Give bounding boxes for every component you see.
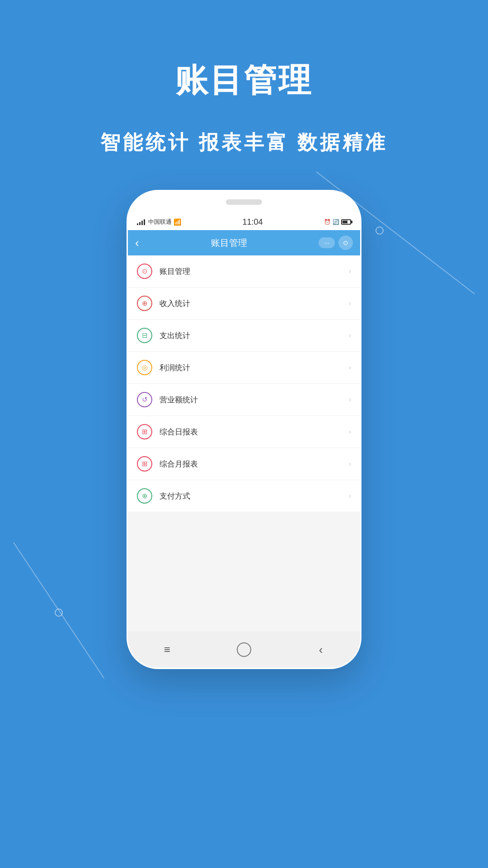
svg-point-3	[55, 609, 62, 616]
svg-line-2	[14, 542, 104, 678]
menu-icon-revenue-stats: ↺	[137, 392, 152, 407]
menu-item-daily-report[interactable]: ⊞ 综合日报表 ›	[128, 416, 360, 448]
app-header-title: 账目管理	[211, 237, 247, 249]
menu-label-monthly-report: 综合月报表	[160, 459, 349, 469]
menu-label-revenue-stats: 营业额统计	[160, 395, 349, 405]
nav-menu-icon[interactable]: ≡	[158, 641, 176, 659]
status-bar: 中国联通 📶 11:04 ⏰ 🔄	[128, 214, 360, 230]
menu-icon-account-mgmt: ⊙	[137, 264, 152, 279]
menu-label-expense-stats: 支出统计	[160, 330, 349, 341]
menu-icon-income-stats: ⊕	[137, 296, 152, 311]
menu-arrow-account-mgmt: ›	[349, 267, 351, 275]
wifi-icon: 📶	[174, 218, 181, 226]
sync-icon: 🔄	[333, 219, 339, 225]
menu-arrow-monthly-report: ›	[349, 460, 351, 468]
nav-back-icon[interactable]: ‹	[312, 641, 330, 659]
menu-arrow-payment-method: ›	[349, 492, 351, 500]
status-time: 11:04	[242, 217, 263, 227]
menu-label-income-stats: 收入统计	[160, 298, 349, 309]
back-button[interactable]: ‹	[135, 236, 139, 250]
phone-mockup: 中国联通 📶 11:04 ⏰ 🔄 ‹ 账目管理 ··· ⊙	[127, 190, 361, 669]
page-subtitle: 智能统计 报表丰富 数据精准	[0, 129, 488, 156]
app-content: ⊙ 账目管理 › ⊕ 收入统计 › ⊟ 支出统计 › ◎ 利润统计 › ↺	[128, 255, 360, 668]
menu-list: ⊙ 账目管理 › ⊕ 收入统计 › ⊟ 支出统计 › ◎ 利润统计 › ↺	[128, 255, 360, 512]
menu-icon-expense-stats: ⊟	[137, 328, 152, 343]
menu-arrow-profit-stats: ›	[349, 363, 351, 372]
menu-item-payment-method[interactable]: ⊕ 支付方式 ›	[128, 480, 360, 512]
carrier-name: 中国联通	[148, 218, 172, 226]
dots-button[interactable]: ···	[319, 237, 335, 248]
menu-item-account-mgmt[interactable]: ⊙ 账目管理 ›	[128, 255, 360, 288]
menu-icon-payment-method: ⊕	[137, 488, 152, 504]
menu-item-profit-stats[interactable]: ◎ 利润统计 ›	[128, 352, 360, 384]
menu-icon-monthly-report: ⊞	[137, 456, 152, 472]
alarm-icon: ⏰	[324, 219, 331, 225]
menu-label-daily-report: 综合日报表	[160, 427, 349, 437]
menu-item-expense-stats[interactable]: ⊟ 支出统计 ›	[128, 320, 360, 352]
menu-label-profit-stats: 利润统计	[160, 363, 349, 373]
menu-item-revenue-stats[interactable]: ↺ 营业额统计 ›	[128, 384, 360, 416]
menu-label-account-mgmt: 账目管理	[160, 266, 349, 277]
phone-speaker	[226, 199, 262, 205]
record-button[interactable]: ⊙	[338, 236, 353, 250]
phone-bottom-bar: ≡ ‹	[128, 632, 360, 668]
menu-label-payment-method: 支付方式	[160, 491, 349, 501]
menu-icon-profit-stats: ◎	[137, 360, 152, 375]
menu-item-monthly-report[interactable]: ⊞ 综合月报表 ›	[128, 448, 360, 480]
signal-bars	[137, 219, 145, 225]
page-title: 账目管理	[0, 0, 488, 102]
svg-point-1	[376, 227, 383, 234]
app-header: ‹ 账目管理 ··· ⊙	[128, 230, 360, 255]
battery-icon	[341, 219, 351, 225]
menu-arrow-income-stats: ›	[349, 299, 351, 307]
header-actions: ··· ⊙	[319, 236, 353, 250]
record-icon: ⊙	[343, 239, 348, 246]
menu-icon-daily-report: ⊞	[137, 424, 152, 439]
menu-arrow-revenue-stats: ›	[349, 396, 351, 404]
nav-home-icon[interactable]	[237, 642, 251, 657]
menu-arrow-expense-stats: ›	[349, 331, 351, 340]
menu-arrow-daily-report: ›	[349, 428, 351, 436]
menu-item-income-stats[interactable]: ⊕ 收入统计 ›	[128, 288, 360, 320]
